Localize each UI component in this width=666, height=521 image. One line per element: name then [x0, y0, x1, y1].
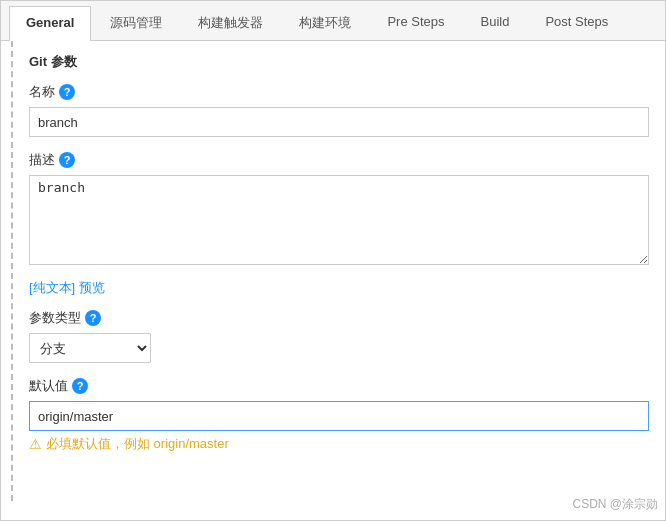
default-value-field-group: 默认值 ? ⚠ 必填默认值，例如 origin/master — [29, 377, 649, 453]
tab-build-triggers[interactable]: 构建触发器 — [181, 5, 280, 40]
left-border — [1, 41, 13, 501]
form-area: Git 参数 名称 ? 描述 ? branch — [13, 41, 665, 501]
tab-build[interactable]: Build — [464, 5, 527, 40]
param-type-field-group: 参数类型 ? 分支 标签 修订版本 BRANCH_TAG — [29, 309, 649, 363]
name-field-group: 名称 ? — [29, 83, 649, 137]
section-title: Git 参数 — [29, 53, 649, 71]
default-value-label-text: 默认值 — [29, 377, 68, 395]
validation-message: ⚠ 必填默认值，例如 origin/master — [29, 435, 649, 453]
tab-post-steps[interactable]: Post Steps — [528, 5, 625, 40]
default-value-input[interactable] — [29, 401, 649, 431]
default-value-label: 默认值 ? — [29, 377, 649, 395]
param-type-select[interactable]: 分支 标签 修订版本 BRANCH_TAG — [29, 333, 151, 363]
desc-label: 描述 ? — [29, 151, 649, 169]
desc-label-text: 描述 — [29, 151, 55, 169]
section-title-text: Git 参数 — [29, 53, 77, 71]
tab-general[interactable]: General — [9, 6, 91, 41]
name-input[interactable] — [29, 107, 649, 137]
desc-help-icon[interactable]: ? — [59, 152, 75, 168]
main-content: Git 参数 名称 ? 描述 ? branch — [1, 41, 665, 501]
default-value-help-icon[interactable]: ? — [72, 378, 88, 394]
param-type-help-icon[interactable]: ? — [85, 310, 101, 326]
preview-link[interactable]: [纯文本] 预览 — [29, 279, 649, 297]
desc-field-group: 描述 ? branch — [29, 151, 649, 265]
name-label: 名称 ? — [29, 83, 649, 101]
tab-build-env[interactable]: 构建环境 — [282, 5, 368, 40]
desc-input[interactable]: branch — [29, 175, 649, 265]
param-type-label-text: 参数类型 — [29, 309, 81, 327]
param-type-label: 参数类型 ? — [29, 309, 649, 327]
tab-source-management[interactable]: 源码管理 — [93, 5, 179, 40]
name-help-icon[interactable]: ? — [59, 84, 75, 100]
main-container: General 源码管理 构建触发器 构建环境 Pre Steps Build … — [0, 0, 666, 521]
name-label-text: 名称 — [29, 83, 55, 101]
validation-text: 必填默认值，例如 origin/master — [46, 435, 229, 453]
warn-icon: ⚠ — [29, 436, 42, 452]
tab-bar: General 源码管理 构建触发器 构建环境 Pre Steps Build … — [1, 1, 665, 41]
watermark: CSDN @涂宗勋 — [572, 496, 658, 513]
tab-pre-steps[interactable]: Pre Steps — [370, 5, 461, 40]
